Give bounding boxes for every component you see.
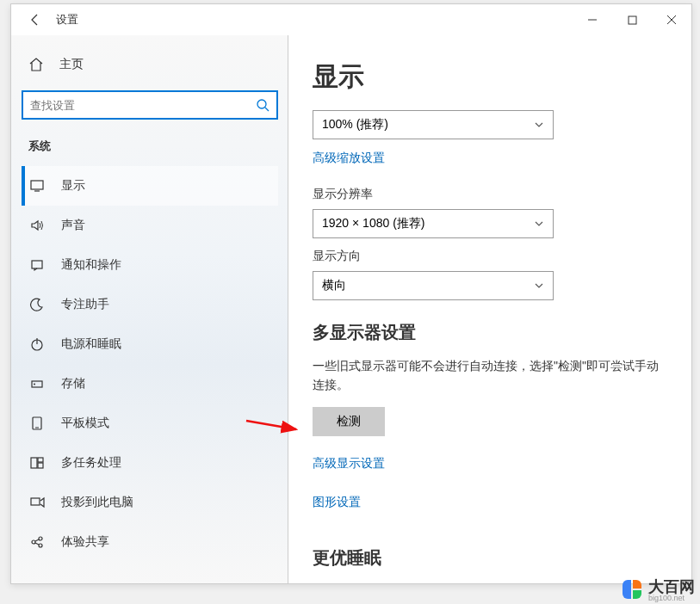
sidebar-item-power[interactable]: 电源和睡眠 [22, 324, 278, 364]
svg-rect-1 [629, 16, 636, 24]
power-icon [28, 336, 46, 353]
svg-rect-18 [31, 498, 40, 505]
orientation-value: 横向 [322, 278, 346, 293]
advanced-display-link[interactable]: 高级显示设置 [313, 456, 385, 471]
minimize-icon [587, 15, 598, 25]
sidebar-item-label: 通知和操作 [61, 257, 121, 273]
sidebar-item-notifications[interactable]: 通知和操作 [22, 245, 278, 285]
sidebar-item-multitask[interactable]: 多任务处理 [22, 443, 278, 483]
maximize-button[interactable] [612, 6, 652, 34]
svg-line-22 [35, 539, 39, 541]
sidebar-item-label: 多任务处理 [61, 455, 121, 471]
titlebar: 设置 [11, 4, 691, 35]
orientation-label: 显示方向 [313, 249, 667, 264]
svg-rect-17 [38, 463, 43, 468]
tablet-icon [28, 415, 46, 432]
multi-display-desc: 一些旧式显示器可能不会进行自动连接，选择"检测"即可尝试手动连接。 [313, 356, 667, 395]
search-box[interactable] [22, 90, 278, 120]
project-icon [28, 494, 46, 511]
scale-dropdown[interactable]: 100% (推荐) [313, 110, 554, 139]
home-link[interactable]: 主页 [22, 49, 278, 80]
sidebar-item-shared[interactable]: 体验共享 [22, 522, 278, 562]
sidebar: 主页 系统 显示 声音 通知和操作 专注助手 [11, 35, 288, 583]
moon-icon [28, 296, 46, 313]
resolution-dropdown[interactable]: 1920 × 1080 (推荐) [313, 209, 554, 238]
settings-window: 设置 主页 系统 显示 声音 [10, 3, 692, 584]
svg-rect-15 [31, 458, 37, 468]
section-label: 系统 [22, 139, 278, 154]
detect-button[interactable]: 检测 [313, 407, 385, 436]
svg-point-4 [257, 100, 266, 108]
watermark-url: big100.net [648, 595, 695, 602]
monitor-icon [28, 177, 46, 194]
content-area: 显示 100% (推荐) 高级缩放设置 显示分辨率 1920 × 1080 (推… [288, 35, 691, 583]
watermark-logo-icon [621, 578, 645, 602]
svg-rect-11 [32, 381, 42, 387]
advanced-scaling-link[interactable]: 高级缩放设置 [313, 151, 385, 166]
maximize-icon [628, 15, 637, 25]
close-button[interactable] [652, 6, 691, 34]
chevron-down-icon [534, 280, 544, 291]
sidebar-item-label: 存储 [61, 376, 85, 391]
window-body: 主页 系统 显示 声音 通知和操作 专注助手 [11, 35, 691, 583]
share-icon [28, 533, 46, 551]
sidebar-item-label: 投影到此电脑 [61, 495, 133, 510]
better-sleep-heading: 更优睡眠 [313, 546, 667, 570]
sidebar-item-label: 平板模式 [61, 416, 109, 431]
orientation-dropdown[interactable]: 横向 [313, 271, 554, 300]
minimize-button[interactable] [573, 6, 612, 34]
home-icon [28, 57, 46, 72]
svg-point-19 [32, 540, 35, 544]
graphics-settings-link[interactable]: 图形设置 [313, 495, 361, 510]
svg-point-21 [39, 544, 42, 547]
svg-line-23 [35, 543, 39, 545]
sidebar-item-display[interactable]: 显示 [22, 166, 278, 206]
sidebar-item-storage[interactable]: 存储 [22, 364, 278, 404]
svg-rect-16 [38, 458, 43, 462]
scale-value: 100% (推荐) [322, 117, 388, 133]
sidebar-item-label: 体验共享 [61, 534, 109, 550]
notification-icon [28, 256, 46, 274]
better-sleep-desc: 在晚间，夜间模式会显示较柔和的暖色，帮助你进入睡眠状态。 选择"夜间模式设置"进… [313, 582, 667, 583]
svg-rect-6 [31, 181, 43, 189]
sidebar-item-focus[interactable]: 专注助手 [22, 285, 278, 324]
storage-icon [28, 375, 46, 392]
search-icon [256, 98, 269, 112]
sidebar-item-tablet[interactable]: 平板模式 [22, 404, 278, 443]
chevron-down-icon [534, 120, 544, 130]
home-label: 主页 [59, 57, 84, 72]
close-icon [666, 15, 677, 25]
sidebar-item-label: 声音 [61, 218, 85, 233]
sidebar-item-label: 专注助手 [61, 297, 109, 312]
sidebar-item-label: 电源和睡眠 [61, 336, 121, 352]
svg-line-5 [265, 108, 269, 111]
multi-display-heading: 多显示器设置 [313, 321, 667, 344]
watermark: 大百网 big100.net [621, 578, 695, 602]
resolution-label: 显示分辨率 [313, 187, 667, 202]
speaker-icon [28, 217, 46, 234]
resolution-value: 1920 × 1080 (推荐) [322, 216, 424, 231]
sidebar-item-label: 显示 [61, 178, 85, 194]
search-input[interactable] [30, 99, 256, 112]
svg-rect-8 [32, 261, 42, 268]
multitask-icon [28, 454, 46, 471]
svg-point-12 [34, 384, 35, 385]
window-controls [573, 6, 691, 34]
window-title: 设置 [56, 12, 78, 28]
watermark-name: 大百网 [648, 579, 695, 595]
sidebar-item-sound[interactable]: 声音 [22, 206, 278, 245]
back-button[interactable] [25, 9, 46, 30]
svg-point-20 [39, 537, 42, 540]
page-title: 显示 [313, 59, 667, 95]
sidebar-item-projecting[interactable]: 投影到此电脑 [22, 483, 278, 522]
chevron-down-icon [534, 219, 544, 229]
arrow-left-icon [28, 13, 42, 27]
